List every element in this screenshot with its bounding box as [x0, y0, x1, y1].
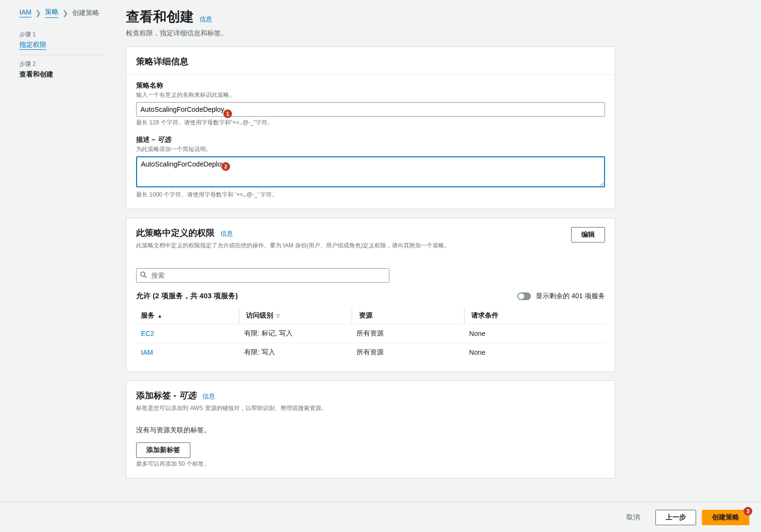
permissions-title: 此策略中定义的权限 [136, 228, 215, 238]
show-remaining-label: 显示剩余的 401 项服务 [536, 292, 605, 301]
page-subtitle: 检查权限，指定详细信息和标签。 [126, 29, 615, 38]
policy-name-desc: 输入一个有意义的名称来标识此策略。 [136, 91, 605, 99]
sort-icon: ▽ [276, 313, 280, 319]
sort-asc-icon: ▲ [157, 313, 162, 319]
col-access[interactable]: 访问级别▽ [239, 307, 352, 324]
col-service[interactable]: 服务▲ [136, 307, 239, 324]
policy-details-panel: 策略详细信息 策略名称 输入一个有意义的名称来标识此策略。 1 最长 128 个… [126, 46, 615, 209]
service-link-ec2[interactable]: EC2 [141, 330, 154, 337]
previous-button[interactable]: 上一步 [655, 510, 696, 525]
step-1-number: 步骤 1 [19, 30, 107, 39]
resource-cell: 所有资源 [352, 343, 464, 362]
step-1-link[interactable]: 指定权限 [19, 41, 47, 50]
policy-name-help: 最长 128 个字符。请使用字母数字和"+=,.@-_"字符。 [136, 119, 605, 127]
step-2-label: 查看和创建 [19, 70, 107, 79]
chevron-right-icon: ❯ [35, 9, 41, 17]
service-link-iam[interactable]: IAM [141, 349, 153, 356]
permissions-table: 服务▲ 访问级别▽ 资源 请求条件 EC2 有限: 标记, 写入 所有资源 No… [136, 307, 605, 362]
access-cell: 有限: 写入 [239, 343, 352, 362]
wizard-steps: 步骤 1 指定权限 步骤 2 查看和创建 [19, 26, 107, 84]
tags-desc: 标签是您可以添加到 AWS 资源的键值对，以帮助识别、整理或搜索资源。 [136, 404, 605, 412]
edit-button[interactable]: 编辑 [571, 227, 605, 243]
table-row: EC2 有限: 标记, 写入 所有资源 None [136, 324, 605, 343]
policy-name-input[interactable] [136, 102, 605, 117]
condition-cell: None [465, 343, 605, 362]
permissions-info-link[interactable]: 信息 [220, 230, 233, 237]
permissions-search-input[interactable] [136, 268, 389, 283]
policy-desc-textarea[interactable]: AutoScalingForCodeDeploy [136, 156, 605, 187]
breadcrumb-iam[interactable]: IAM [19, 8, 31, 17]
tags-title: 添加标签 - 可选 [136, 391, 199, 400]
breadcrumb-current: 创建策略 [72, 9, 99, 17]
callout-1: 1 [223, 109, 232, 118]
search-icon [140, 272, 147, 280]
permissions-desc: 此策略文档中定义的权限指定了允许或拒绝的操作。要为 IAM 身份(用户、用户组或… [136, 242, 450, 250]
callout-2: 2 [221, 162, 230, 171]
cancel-button[interactable]: 取消 [617, 510, 650, 525]
tag-limit-text: 最多可以再添加 50 个标签。 [136, 460, 605, 468]
policy-name-label: 策略名称 [136, 81, 605, 90]
tags-panel: 添加标签 - 可选 信息 标签是您可以添加到 AWS 资源的键值对，以帮助识别、… [126, 380, 615, 478]
callout-3: 3 [744, 507, 752, 516]
access-cell: 有限: 标记, 写入 [239, 324, 352, 343]
permissions-panel: 此策略中定义的权限 信息 此策略文档中定义的权限指定了允许或拒绝的操作。要为 I… [126, 218, 615, 372]
chevron-right-icon: ❯ [62, 9, 68, 17]
condition-cell: None [465, 324, 605, 343]
col-condition[interactable]: 请求条件 [465, 307, 605, 324]
table-row: IAM 有限: 写入 所有资源 None [136, 343, 605, 362]
policy-desc-label: 描述 – 可选 [136, 136, 605, 144]
svg-point-0 [140, 272, 145, 276]
create-policy-button[interactable]: 创建策略 [702, 510, 749, 525]
add-tag-button[interactable]: 添加新标签 [136, 442, 190, 458]
policy-desc-help: 最长 1000 个字符。请使用字母数字和 '+=,.@-_' 字符。 [136, 191, 605, 199]
page-title: 查看和创建 [126, 9, 194, 24]
show-remaining-toggle[interactable] [517, 292, 531, 300]
allow-summary: 允许 (2 项服务，共 403 项服务) [136, 291, 238, 301]
svg-line-1 [144, 276, 146, 278]
info-link[interactable]: 信息 [200, 15, 212, 23]
resource-cell: 所有资源 [352, 324, 464, 343]
policy-details-title: 策略详细信息 [136, 57, 188, 66]
breadcrumb-policies[interactable]: 策略 [45, 8, 59, 18]
no-tags-text: 没有与资源关联的标签。 [136, 426, 605, 435]
step-2-number: 步骤 2 [19, 60, 107, 68]
breadcrumb: IAM ❯ 策略 ❯ 创建策略 [19, 8, 107, 18]
policy-desc-desc: 为此策略添加一个简短说明。 [136, 145, 605, 153]
footer-actions: 取消 上一步 创建策略 3 [0, 502, 761, 532]
tags-info-link[interactable]: 信息 [202, 393, 215, 400]
col-resource[interactable]: 资源 [352, 307, 464, 324]
